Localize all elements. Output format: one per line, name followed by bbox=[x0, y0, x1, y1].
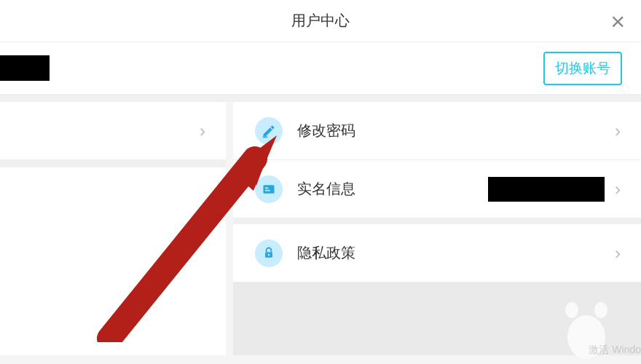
bottom-area bbox=[233, 282, 641, 355]
left-column: › bbox=[0, 102, 226, 355]
menu-realname-info[interactable]: 实名信息 › bbox=[233, 160, 641, 218]
menu-privacy-policy[interactable]: 隐私政策 › bbox=[233, 224, 641, 282]
content-row: › 修改密码 › 实名信息 bbox=[0, 102, 641, 355]
switch-account-button[interactable]: 切换账号 bbox=[543, 52, 622, 85]
right-column: 修改密码 › 实名信息 › bbox=[233, 102, 641, 355]
close-icon[interactable]: × bbox=[610, 9, 625, 33]
pencil-icon bbox=[255, 117, 283, 145]
account-row: 切换账号 bbox=[0, 42, 641, 95]
svg-point-4 bbox=[268, 253, 270, 256]
account-name-redacted bbox=[0, 55, 50, 81]
id-card-icon bbox=[255, 175, 283, 203]
svg-point-7 bbox=[594, 302, 607, 318]
svg-rect-2 bbox=[265, 189, 270, 191]
svg-rect-0 bbox=[264, 185, 275, 194]
chevron-right-icon: › bbox=[615, 179, 621, 199]
menu-label: 隐私政策 bbox=[297, 243, 615, 263]
realname-value-redacted bbox=[488, 177, 605, 202]
menu-label: 修改密码 bbox=[297, 121, 615, 141]
svg-point-6 bbox=[565, 302, 578, 318]
header: 用户中心 × bbox=[0, 0, 641, 42]
chevron-right-icon: › bbox=[615, 121, 621, 141]
chevron-right-icon: › bbox=[200, 121, 205, 141]
lock-icon bbox=[255, 240, 283, 267]
section-gap bbox=[0, 95, 641, 102]
svg-rect-1 bbox=[265, 187, 268, 189]
windows-activation-watermark: 激活 Windo bbox=[589, 344, 641, 357]
page-title: 用户中心 bbox=[291, 11, 350, 31]
menu-label: 实名信息 bbox=[297, 179, 488, 199]
left-nav-item[interactable]: › bbox=[0, 102, 226, 160]
menu-change-password[interactable]: 修改密码 › bbox=[233, 102, 641, 160]
chevron-right-icon: › bbox=[615, 243, 621, 264]
